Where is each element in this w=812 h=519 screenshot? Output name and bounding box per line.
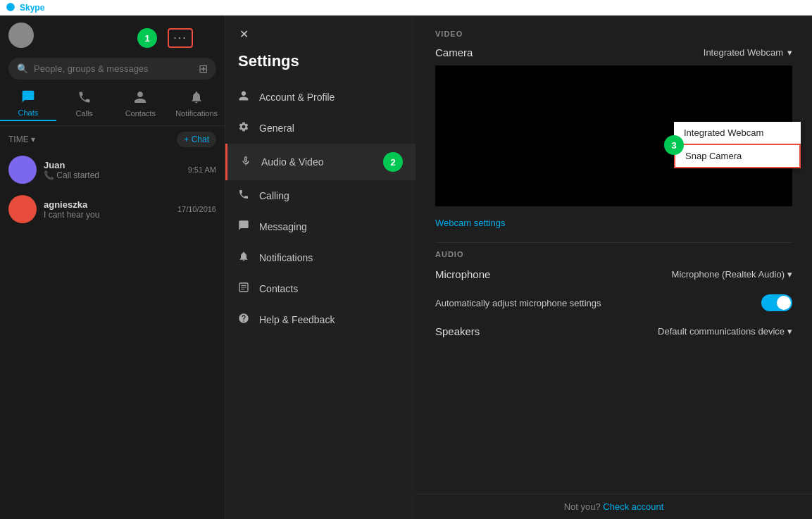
- camera-popup: 3 Integrated Webcam Snap Camera: [674, 122, 801, 168]
- speakers-dropdown[interactable]: Default communications device ▾: [658, 326, 792, 337]
- time-header: TIME ▾ + Chat: [0, 126, 225, 150]
- check-account-link[interactable]: Check account: [603, 501, 663, 512]
- chat-info-juan: Juan 📞 Call started: [44, 160, 188, 180]
- speakers-value: Default communications device: [658, 326, 785, 337]
- chat-meta-juan: 9:51 AM: [188, 165, 216, 174]
- camera-label: Camera: [435, 46, 473, 58]
- settings-item-audio-video[interactable]: Audio & Video 2: [225, 144, 416, 180]
- chat-meta-agnieszka: 17/10/2016: [177, 205, 216, 213]
- chat-time-juan: 9:51 AM: [188, 165, 216, 174]
- settings-item-contacts-label: Contacts: [259, 283, 298, 294]
- account-icon: [238, 90, 249, 104]
- chat-name-agnieszka: agnieszka: [44, 199, 177, 210]
- help-icon: [238, 313, 249, 327]
- search-input[interactable]: [34, 63, 199, 74]
- settings-item-account[interactable]: Account & Profile: [225, 82, 416, 113]
- tab-contacts-label: Contacts: [125, 109, 156, 118]
- nav-tabs: Chats Calls Contacts Notifications: [0, 82, 225, 126]
- settings-item-calling-label: Calling: [259, 190, 289, 201]
- auto-adjust-label: Automatically adjust microphone settings: [435, 298, 601, 308]
- tab-notifications[interactable]: Notifications: [168, 87, 225, 120]
- chats-icon: [21, 89, 35, 107]
- top-bar: 1 ···: [0, 15, 225, 55]
- chat-date-agnieszka: 17/10/2016: [177, 205, 216, 213]
- notifications-icon: [189, 90, 204, 108]
- add-chat-button[interactable]: + Chat: [177, 132, 216, 147]
- settings-content: VIDEO Camera Integrated Webcam ▾ ✓ 3 Int…: [416, 15, 812, 519]
- tab-chats[interactable]: Chats: [0, 87, 56, 121]
- tab-contacts[interactable]: Contacts: [113, 87, 169, 120]
- toggle-knob: [777, 296, 791, 310]
- microphone-value: Microphone (Realtek Audio): [672, 269, 785, 280]
- settings-item-messaging-label: Messaging: [259, 221, 307, 232]
- avatar[interactable]: [8, 23, 34, 48]
- tab-chats-label: Chats: [18, 108, 39, 117]
- step-badge-3: 3: [664, 135, 684, 155]
- webcam-settings-link[interactable]: Webcam settings: [435, 218, 792, 228]
- settings-item-notifications[interactable]: Notifications: [225, 242, 416, 273]
- grid-icon[interactable]: ⊞: [199, 62, 208, 75]
- microphone-label: Microphone: [435, 268, 490, 280]
- more-dots-icon: ···: [173, 32, 187, 44]
- settings-close-button[interactable]: ✕: [234, 24, 254, 44]
- auto-adjust-toggle[interactable]: [761, 294, 792, 311]
- camera-chevron-icon: ▾: [787, 47, 792, 58]
- left-sidebar: 1 ··· 🔍 ⊞ Chats Calls: [0, 15, 225, 519]
- messaging-icon: [238, 220, 249, 234]
- settings-footer: Not you? Check account: [416, 494, 812, 519]
- tab-calls-label: Calls: [75, 109, 92, 118]
- settings-item-notifications-label: Notifications: [259, 252, 313, 263]
- chat-item-agnieszka[interactable]: agnieszka I cant hear you 17/10/2016: [0, 189, 225, 229]
- chat-preview-juan: 📞 Call started: [44, 170, 188, 180]
- search-icon: 🔍: [17, 63, 28, 74]
- contacts-settings-icon: [238, 282, 249, 296]
- camera-popup-item-integrated[interactable]: Integrated Webcam: [674, 122, 801, 144]
- calling-icon: [238, 189, 249, 203]
- settings-title: Settings: [225, 49, 416, 82]
- more-menu-button[interactable]: ···: [168, 28, 193, 48]
- tab-calls[interactable]: Calls: [56, 87, 113, 120]
- settings-item-audio-video-label: Audio & Video: [261, 156, 323, 168]
- video-preview: ✓ 3 Integrated Webcam Snap Camera: [435, 65, 792, 206]
- audio-section-label: AUDIO: [435, 250, 792, 258]
- settings-item-calling[interactable]: Calling: [225, 180, 416, 211]
- call-icon-juan: 📞: [44, 170, 54, 180]
- chat-preview-agnieszka: I cant hear you: [44, 210, 177, 220]
- chat-item-juan[interactable]: Juan 📞 Call started 9:51 AM: [0, 150, 225, 189]
- settings-sidebar: ✕ Settings Account & Profile General Aud…: [225, 15, 416, 519]
- general-icon: [238, 121, 249, 135]
- microphone-dropdown[interactable]: Microphone (Realtek Audio) ▾: [672, 269, 792, 280]
- avatar-agnieszka: [8, 195, 37, 223]
- chat-name-juan: Juan: [44, 160, 188, 170]
- chat-list: Juan 📞 Call started 9:51 AM agnieszka I …: [0, 150, 225, 519]
- settings-item-general-label: General: [259, 123, 294, 134]
- speakers-row: Speakers Default communications device ▾: [435, 325, 792, 337]
- avatar-juan: [8, 156, 37, 184]
- not-you-text: Not you?: [564, 501, 601, 512]
- speakers-label: Speakers: [435, 325, 480, 337]
- settings-menu: Account & Profile General Audio & Video …: [225, 82, 416, 519]
- calls-icon: [77, 90, 92, 108]
- camera-dropdown[interactable]: Integrated Webcam ▾: [704, 47, 792, 58]
- video-section-label: VIDEO: [435, 30, 792, 38]
- camera-value: Integrated Webcam: [704, 47, 783, 58]
- notifications-settings-icon: [238, 251, 249, 265]
- camera-row: Camera Integrated Webcam ▾: [435, 46, 792, 58]
- camera-popup-item-snap[interactable]: Snap Camera: [674, 144, 801, 168]
- settings-item-contacts[interactable]: Contacts: [225, 273, 416, 304]
- settings-item-messaging[interactable]: Messaging: [225, 211, 416, 242]
- skype-icon: [6, 2, 15, 14]
- step-badge-1: 1: [137, 28, 157, 48]
- search-bar: 🔍 ⊞: [8, 58, 216, 80]
- time-label[interactable]: TIME ▾: [8, 135, 35, 144]
- title-bar: Skype: [0, 0, 812, 15]
- microphone-row: Microphone Microphone (Realtek Audio) ▾: [435, 268, 792, 280]
- step-badge-2: 2: [383, 152, 403, 172]
- audio-video-icon: [240, 155, 251, 169]
- chat-info-agnieszka: agnieszka I cant hear you: [44, 199, 177, 220]
- auto-adjust-row: Automatically adjust microphone settings: [435, 294, 792, 311]
- microphone-chevron-icon: ▾: [787, 269, 792, 280]
- main-container: 1 ··· 🔍 ⊞ Chats Calls: [0, 15, 812, 519]
- settings-item-help[interactable]: Help & Feedback: [225, 304, 416, 335]
- settings-item-general[interactable]: General: [225, 113, 416, 144]
